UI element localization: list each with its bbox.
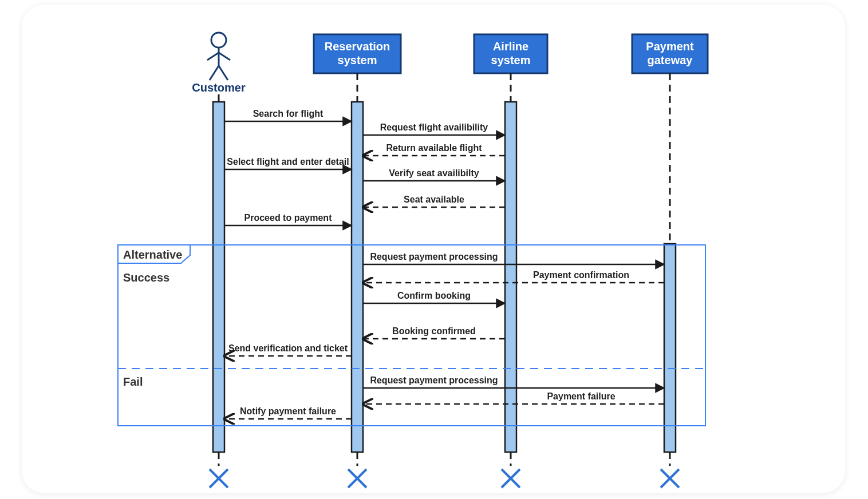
svg-text:Payment failure: Payment failure: [547, 391, 615, 401]
svg-text:Request payment processing: Request payment processing: [370, 252, 498, 262]
svg-text:Payment: Payment: [646, 40, 694, 53]
svg-text:Booking confirmed: Booking confirmed: [392, 326, 476, 336]
svg-text:Notify payment failure: Notify payment failure: [240, 406, 336, 416]
header-reservation: Reservation system: [314, 34, 401, 73]
svg-line-3: [219, 53, 230, 60]
diagram-canvas: Customer Reservation system Airline syst…: [0, 0, 868, 499]
svg-text:Request payment processing: Request payment processing: [370, 375, 498, 385]
svg-line-4: [210, 66, 219, 80]
svg-text:Request flight availibility: Request flight availibility: [380, 122, 488, 132]
svg-line-5: [219, 66, 228, 80]
svg-text:system: system: [491, 54, 531, 66]
actor-label: Customer: [192, 81, 246, 94]
activation-airline: [505, 102, 516, 452]
svg-text:Search for flight: Search for flight: [253, 109, 323, 118]
svg-text:system: system: [338, 54, 377, 66]
svg-text:Airline: Airline: [493, 40, 528, 53]
header-payment: Payment gateway: [632, 34, 708, 73]
destruct-payment: [661, 452, 679, 488]
actor-customer: Customer: [192, 33, 246, 94]
activation-customer: [213, 102, 224, 452]
svg-text:Send verification and ticket: Send verification and ticket: [228, 343, 348, 353]
svg-text:Select flight and enter detail: Select flight and enter detail: [227, 157, 349, 167]
svg-text:Reservation: Reservation: [325, 40, 390, 53]
svg-text:Proceed to payment: Proceed to payment: [244, 213, 333, 223]
svg-text:Payment confirmation: Payment confirmation: [533, 270, 629, 280]
sequence-diagram-svg: Customer Reservation system Airline syst…: [0, 0, 868, 499]
svg-text:gateway: gateway: [648, 54, 693, 66]
destruct-customer: [210, 452, 228, 488]
alt-success-label: Success: [123, 271, 169, 284]
svg-text:Return available flight: Return available flight: [386, 143, 482, 153]
svg-point-0: [211, 33, 226, 47]
alt-title: Alternative: [123, 248, 182, 261]
destruct-airline: [502, 452, 520, 488]
svg-text:Confirm booking: Confirm booking: [397, 291, 471, 300]
svg-line-2: [207, 53, 219, 60]
svg-text:Verify seat availibilty: Verify seat availibilty: [389, 168, 479, 178]
svg-text:Seat available: Seat available: [404, 195, 464, 204]
alt-fail-label: Fail: [123, 375, 143, 388]
activation-reservation: [352, 102, 363, 452]
header-airline: Airline system: [474, 34, 547, 73]
destruct-reservation: [348, 452, 366, 488]
activation-payment: [664, 244, 676, 452]
